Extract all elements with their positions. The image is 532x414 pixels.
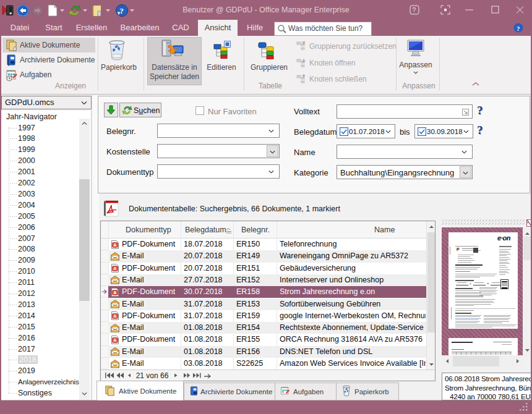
svg-text:?: ? [413,7,416,14]
svg-text:?: ? [119,6,124,15]
svg-text:?: ? [517,25,520,32]
